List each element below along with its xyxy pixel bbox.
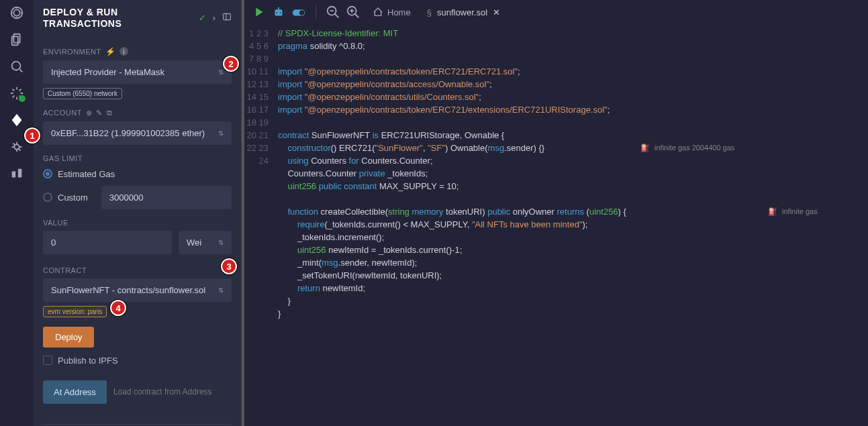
svg-point-4 <box>12 62 21 70</box>
plus-icon[interactable]: ⊕ <box>86 109 93 117</box>
toggle-icon[interactable] <box>291 5 306 19</box>
home-label: Home <box>387 7 411 17</box>
chevron-right-icon[interactable]: › <box>213 13 215 23</box>
svg-point-0 <box>13 9 19 15</box>
network-badge: Custom (6550) network <box>43 88 122 99</box>
code-editor[interactable]: 1 2 3 4 5 6 7 8 9 10 11 12 13 14 15 16 1… <box>244 24 868 426</box>
search-icon[interactable] <box>9 59 24 74</box>
annotation-1: 1 <box>24 127 40 144</box>
svg-point-10 <box>276 12 277 13</box>
panel-toggle-icon[interactable] <box>222 12 232 23</box>
annotation-2: 2 <box>223 56 239 72</box>
account-label: ACCOUNT <box>43 109 82 117</box>
contract-label: CONTRACT <box>43 266 232 274</box>
zoom-out-icon[interactable] <box>326 5 340 19</box>
svg-point-1 <box>11 7 23 19</box>
evm-badge: evm version: paris <box>43 306 107 317</box>
transactions-recorded-row[interactable]: Transactions recorded 0 i › <box>43 424 232 426</box>
chevron-down-icon: ⇅ <box>218 239 224 246</box>
deploy-run-icon[interactable] <box>9 113 24 127</box>
contract-dropdown[interactable]: SunFlowerNFT - contracts/sunflower.sol ⇅ <box>43 278 232 302</box>
edit-icon[interactable]: ✎ <box>96 109 103 117</box>
icon-bar <box>0 0 34 426</box>
gas-hint: ⛽ infinite gas 2004400 gas <box>640 142 734 154</box>
zoom-in-icon[interactable] <box>346 5 360 19</box>
files-icon[interactable] <box>9 32 24 47</box>
compile-icon[interactable] <box>9 86 24 101</box>
editor-toolbar: Home § sunflower.sol ✕ <box>244 0 868 24</box>
load-address-placeholder[interactable]: Load contract from Address <box>113 387 232 396</box>
svg-rect-3 <box>12 36 18 45</box>
value-label: VALUE <box>43 219 232 227</box>
value-input[interactable] <box>43 231 172 254</box>
svg-point-11 <box>280 12 281 13</box>
unit-dropdown[interactable]: Wei ⇅ <box>179 231 232 254</box>
svg-rect-7 <box>18 169 22 178</box>
chevron-down-icon: ⇅ <box>218 286 224 294</box>
contract-value: SunFlowerNFT - contracts/sunflower.sol <box>51 285 205 295</box>
tab-filename: sunflower.sol <box>437 7 487 17</box>
annotation-3: 3 <box>221 258 237 274</box>
plugin-icon[interactable] <box>9 166 24 181</box>
svg-rect-8 <box>224 14 231 20</box>
chevron-down-icon: ⇅ <box>218 129 224 137</box>
deploy-sidebar: DEPLOY & RUN TRANSACTIONS ✓ › ENVIRONMEN… <box>34 0 242 426</box>
debug-icon[interactable] <box>9 140 24 154</box>
plug-icon: ⚡ <box>105 47 116 56</box>
file-tab[interactable]: § sunflower.sol ✕ <box>427 7 500 17</box>
home-tab[interactable]: Home <box>373 7 411 17</box>
line-gutter: 1 2 3 4 5 6 7 8 9 10 11 12 13 14 15 16 1… <box>244 27 278 426</box>
svg-point-13 <box>299 10 304 15</box>
info-icon[interactable]: i <box>119 47 128 56</box>
estimated-gas-radio[interactable] <box>43 169 52 178</box>
svg-rect-9 <box>275 9 283 15</box>
unit-value: Wei <box>187 237 201 248</box>
svg-rect-2 <box>13 34 19 43</box>
play-icon[interactable] <box>251 5 266 19</box>
editor-area: Home § sunflower.sol ✕ 1 2 3 4 5 6 7 8 9… <box>242 0 868 426</box>
publish-ipfs-checkbox[interactable] <box>43 356 52 365</box>
check-icon[interactable]: ✓ <box>199 13 206 23</box>
logo-icon[interactable] <box>9 5 24 20</box>
custom-gas-label: Custom <box>58 193 88 203</box>
svg-rect-6 <box>12 171 16 177</box>
environment-value: Injected Provider - MetaMask <box>51 67 164 77</box>
gas-limit-label: GAS LIMIT <box>43 154 232 162</box>
at-address-button[interactable]: At Address <box>43 380 107 404</box>
custom-gas-radio[interactable] <box>43 193 52 202</box>
custom-gas-input[interactable] <box>101 186 232 209</box>
environment-label: ENVIRONMENT <box>43 48 101 56</box>
annotation-4: 4 <box>110 300 126 316</box>
chevron-down-icon: ⇅ <box>218 68 224 76</box>
close-icon[interactable]: ✕ <box>493 7 500 17</box>
publish-ipfs-label: Publish to IPFS <box>58 356 118 366</box>
estimated-gas-label: Estimated Gas <box>58 169 115 179</box>
svg-point-5 <box>14 144 19 149</box>
robot-icon[interactable] <box>271 5 286 19</box>
copy-icon[interactable]: ⧉ <box>107 109 113 117</box>
gas-hint: ⛽ infinite gas <box>768 205 818 218</box>
deploy-button[interactable]: Deploy <box>43 327 94 348</box>
sidebar-title: DEPLOY & RUN TRANSACTIONS <box>43 7 199 30</box>
environment-dropdown[interactable]: Injected Provider - MetaMask ⇅ <box>43 60 232 84</box>
account-dropdown[interactable]: 0xEBF...31B22 (1.999901002385 ether) ⇅ <box>43 121 232 145</box>
account-value: 0xEBF...31B22 (1.999901002385 ether) <box>51 128 205 138</box>
code-lines: // SPDX-License-Identifier: MIT pragma s… <box>278 27 868 426</box>
